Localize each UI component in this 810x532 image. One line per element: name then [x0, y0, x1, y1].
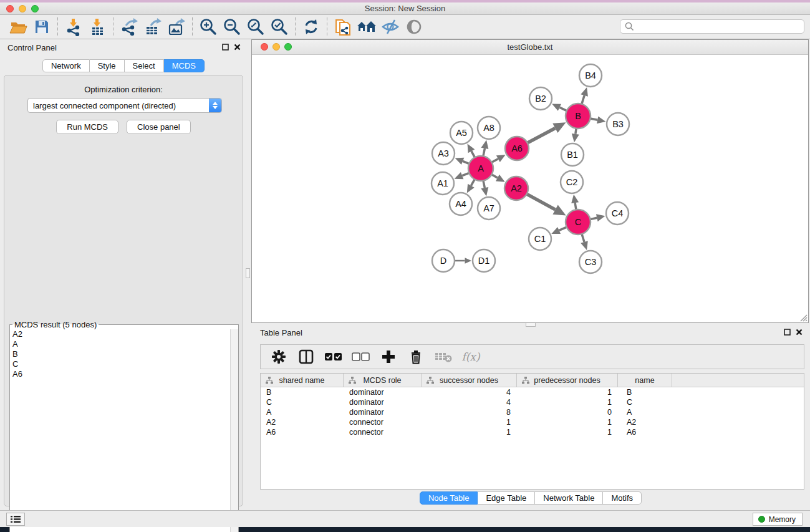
select-all-checkboxes-icon[interactable] [323, 347, 344, 367]
tab-mcds[interactable]: MCDS [164, 59, 205, 72]
table-row[interactable]: A6connector11A6 [261, 427, 804, 437]
toolbar-separator [295, 17, 296, 36]
edge-A-A2[interactable] [491, 175, 497, 178]
export-table-icon[interactable] [141, 16, 165, 37]
table-cell: 4 [422, 397, 517, 407]
network-from-file-icon[interactable] [331, 16, 355, 37]
edge-B-B1[interactable] [576, 128, 576, 134]
table-row[interactable]: Cdominator41C [261, 397, 804, 407]
tab-motifs[interactable]: Motifs [603, 491, 642, 505]
import-table-icon[interactable] [85, 16, 109, 37]
edge-A6-B[interactable] [528, 128, 556, 143]
mcds-result-item[interactable]: A6 [10, 369, 238, 379]
resize-grip-icon[interactable] [799, 313, 808, 322]
delete-column-icon[interactable] [405, 347, 427, 367]
column-layout-icon[interactable] [296, 347, 317, 367]
table-options-icon[interactable] [268, 347, 289, 367]
edge-A-A5[interactable] [471, 151, 475, 157]
export-image-icon[interactable] [165, 16, 188, 37]
export-network-icon[interactable] [117, 16, 141, 37]
edge-A-A7[interactable] [483, 181, 485, 188]
tab-network[interactable]: Network [42, 59, 90, 72]
table-cell: connector [344, 427, 422, 437]
edge-C-C2[interactable] [575, 203, 576, 210]
tab-edge-table[interactable]: Edge Table [478, 491, 535, 505]
tab-network-table[interactable]: Network Table [535, 491, 603, 505]
edge-B-B2[interactable] [559, 107, 567, 110]
search-input[interactable] [637, 21, 804, 32]
import-network-icon[interactable] [62, 16, 85, 37]
table-row[interactable]: Adominator80A [261, 407, 804, 417]
table-row[interactable]: A2connector11A2 [261, 417, 804, 427]
zoom-out-icon[interactable] [220, 16, 244, 37]
node-label-A4: A4 [455, 199, 466, 209]
horizontal-split-handle[interactable] [526, 322, 536, 327]
home-view-icon[interactable] [355, 16, 378, 37]
arrowhead-icon [481, 140, 488, 149]
show-all-icon[interactable] [402, 16, 426, 37]
network-graph[interactable]: B4B2BB3A8A5A6A3B1AC2A1A2A4A7C4CC1DD1C3 [253, 56, 808, 322]
refresh-layout-icon[interactable] [299, 16, 323, 37]
dropdown-stepper-icon [209, 99, 221, 112]
edge-C-C4[interactable] [591, 218, 597, 219]
network-canvas[interactable]: B4B2BB3A8A5A6A3B1AC2A1A2A4A7C4CC1DD1C3 [253, 56, 808, 322]
network-window-titlebar[interactable]: testGlobe.txt [252, 40, 808, 55]
edge-A-A6[interactable] [492, 159, 498, 163]
tab-select[interactable]: Select [125, 59, 164, 72]
column-mapping-icon [522, 377, 529, 384]
arrowhead-icon [581, 241, 588, 250]
tab-node-table[interactable]: Node Table [420, 491, 478, 505]
vertical-split-handle[interactable] [246, 268, 250, 278]
float-table-panel-icon[interactable] [784, 329, 791, 336]
mcds-result-item[interactable]: A [10, 339, 238, 349]
close-table-panel-icon[interactable] [796, 329, 803, 336]
open-session-icon[interactable] [6, 16, 30, 37]
column-header-shared-name[interactable]: shared name [261, 374, 344, 387]
fx-label: f(x) [461, 351, 480, 363]
float-panel-icon[interactable] [222, 44, 229, 51]
mcds-result-item[interactable]: B [10, 349, 238, 359]
zoom-fit-icon[interactable] [244, 16, 268, 37]
mcds-result-item[interactable]: A2 [10, 329, 238, 339]
column-header-MCDS-role[interactable]: MCDS role [344, 374, 422, 387]
column-header-successor-nodes[interactable]: successor nodes [422, 374, 517, 387]
memory-button[interactable]: Memory [753, 513, 803, 526]
edge-B-B4[interactable] [582, 95, 584, 104]
result-list-scrollbar[interactable] [230, 329, 238, 532]
edge-A-A8[interactable] [483, 148, 485, 157]
table-row[interactable]: Bdominator41B [261, 387, 804, 397]
column-header-name[interactable]: name [618, 374, 672, 387]
tab-style[interactable]: Style [90, 59, 125, 72]
close-panel-button[interactable]: Close panel [127, 120, 191, 134]
criterion-dropdown[interactable]: largest connected component (directed) [27, 98, 222, 113]
hide-selected-icon[interactable] [378, 16, 402, 37]
delete-table-icon[interactable] [433, 347, 454, 367]
save-session-icon[interactable] [30, 16, 54, 37]
edge-A2-C[interactable] [527, 194, 556, 210]
table-cell: A [261, 407, 344, 417]
edge-C-C3[interactable] [582, 234, 584, 242]
add-column-icon[interactable] [378, 347, 399, 367]
table-cell: dominator [344, 407, 422, 417]
close-panel-icon[interactable] [234, 44, 241, 51]
task-history-button[interactable] [6, 513, 25, 526]
edge-A-A3[interactable] [463, 161, 469, 163]
node-label-C2: C2 [566, 177, 578, 187]
edge-A-A4[interactable] [471, 179, 475, 185]
function-builder-icon[interactable]: f(x) [460, 347, 481, 367]
deselect-all-checkboxes-icon[interactable] [350, 347, 372, 367]
column-header-predecessor-nodes[interactable]: predecessor nodes [517, 374, 618, 387]
node-label-D1: D1 [478, 256, 490, 266]
zoom-selected-icon[interactable] [268, 16, 291, 37]
mcds-result-list[interactable]: A2ABCA6 [10, 329, 238, 532]
run-mcds-button[interactable]: Run MCDS [56, 120, 118, 134]
node-label-C: C [575, 217, 581, 227]
node-table[interactable]: shared nameMCDS rolesuccessor nodesprede… [260, 373, 804, 490]
edge-A-A1[interactable] [462, 173, 469, 175]
edge-B-B3[interactable] [591, 118, 598, 120]
zoom-in-icon[interactable] [196, 16, 220, 37]
search-field[interactable] [620, 19, 804, 34]
table-cell: A2 [618, 417, 672, 427]
edge-C-C1[interactable] [559, 227, 567, 230]
mcds-result-item[interactable]: C [10, 359, 238, 369]
